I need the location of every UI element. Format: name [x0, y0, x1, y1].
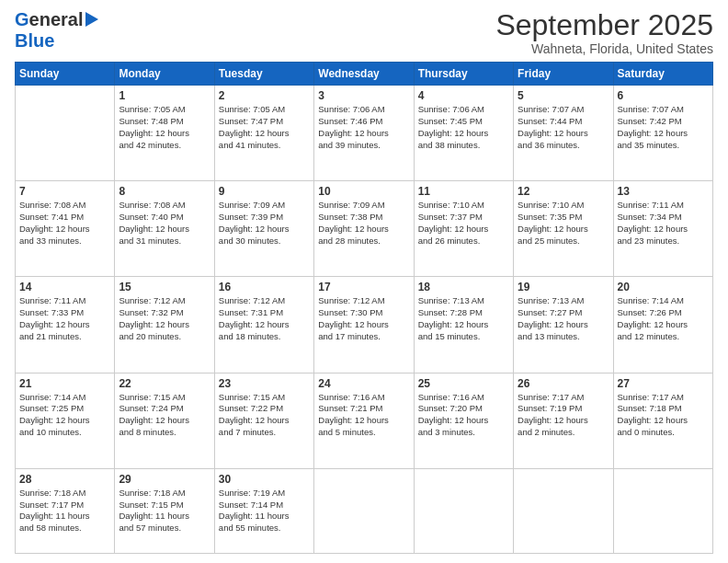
table-row: 12Sunrise: 7:10 AM Sunset: 7:35 PM Dayli…: [514, 181, 613, 277]
table-row: 20Sunrise: 7:14 AM Sunset: 7:26 PM Dayli…: [613, 277, 712, 373]
day-number: 25: [418, 377, 509, 390]
day-info: Sunrise: 7:11 AM Sunset: 7:33 PM Dayligh…: [19, 295, 110, 342]
day-number: 23: [219, 377, 310, 390]
calendar-week-row: 28Sunrise: 7:18 AM Sunset: 7:17 PM Dayli…: [16, 468, 713, 553]
day-number: 3: [318, 89, 409, 102]
day-number: 4: [418, 89, 509, 102]
header-thursday: Thursday: [414, 63, 513, 86]
table-row: 3Sunrise: 7:06 AM Sunset: 7:46 PM Daylig…: [314, 86, 414, 181]
table-row: 29Sunrise: 7:18 AM Sunset: 7:15 PM Dayli…: [115, 468, 214, 553]
header-saturday: Saturday: [613, 63, 712, 86]
day-number: 30: [219, 473, 310, 486]
table-row: 10Sunrise: 7:09 AM Sunset: 7:38 PM Dayli…: [314, 181, 414, 277]
day-number: 1: [119, 89, 210, 102]
table-row: 22Sunrise: 7:15 AM Sunset: 7:24 PM Dayli…: [115, 373, 214, 468]
header-sunday: Sunday: [16, 63, 115, 86]
day-number: 16: [219, 281, 310, 293]
day-info: Sunrise: 7:15 AM Sunset: 7:22 PM Dayligh…: [219, 392, 310, 439]
day-number: 24: [318, 377, 409, 390]
day-info: Sunrise: 7:05 AM Sunset: 7:48 PM Dayligh…: [119, 104, 210, 151]
day-number: 28: [19, 473, 110, 486]
day-info: Sunrise: 7:12 AM Sunset: 7:32 PM Dayligh…: [119, 295, 210, 342]
table-row: 18Sunrise: 7:13 AM Sunset: 7:28 PM Dayli…: [414, 277, 513, 373]
table-row: 25Sunrise: 7:16 AM Sunset: 7:20 PM Dayli…: [414, 373, 513, 468]
table-row: 7Sunrise: 7:08 AM Sunset: 7:41 PM Daylig…: [16, 181, 115, 277]
logo-g: G: [15, 9, 29, 29]
title-block: September 2025 Wahneta, Florida, United …: [495, 9, 713, 56]
table-row: 26Sunrise: 7:17 AM Sunset: 7:19 PM Dayli…: [514, 373, 613, 468]
calendar-table: Sunday Monday Tuesday Wednesday Thursday…: [15, 62, 713, 554]
table-row: 19Sunrise: 7:13 AM Sunset: 7:27 PM Dayli…: [514, 277, 613, 373]
day-info: Sunrise: 7:10 AM Sunset: 7:37 PM Dayligh…: [418, 200, 509, 247]
table-row: [414, 468, 513, 553]
day-info: Sunrise: 7:07 AM Sunset: 7:44 PM Dayligh…: [518, 104, 609, 151]
calendar-subtitle: Wahneta, Florida, United States: [495, 41, 713, 56]
day-number: 8: [119, 185, 210, 198]
day-number: 14: [19, 281, 110, 293]
calendar-week-row: 14Sunrise: 7:11 AM Sunset: 7:33 PM Dayli…: [16, 277, 713, 373]
table-row: 17Sunrise: 7:12 AM Sunset: 7:30 PM Dayli…: [314, 277, 414, 373]
calendar-week-row: 21Sunrise: 7:14 AM Sunset: 7:25 PM Dayli…: [16, 373, 713, 468]
day-info: Sunrise: 7:12 AM Sunset: 7:30 PM Dayligh…: [318, 295, 409, 342]
logo: General Blue: [15, 9, 98, 52]
table-row: [16, 86, 115, 181]
logo-blue-text: Blue: [15, 30, 54, 52]
day-number: 2: [219, 89, 310, 102]
table-row: 13Sunrise: 7:11 AM Sunset: 7:34 PM Dayli…: [613, 181, 712, 277]
day-info: Sunrise: 7:17 AM Sunset: 7:18 PM Dayligh…: [618, 392, 709, 439]
day-number: 18: [418, 281, 509, 293]
table-row: 9Sunrise: 7:09 AM Sunset: 7:39 PM Daylig…: [214, 181, 313, 277]
header-tuesday: Tuesday: [214, 63, 313, 86]
table-row: 11Sunrise: 7:10 AM Sunset: 7:37 PM Dayli…: [414, 181, 513, 277]
day-info: Sunrise: 7:16 AM Sunset: 7:21 PM Dayligh…: [318, 392, 409, 439]
day-number: 17: [318, 281, 409, 293]
table-row: 6Sunrise: 7:07 AM Sunset: 7:42 PM Daylig…: [613, 86, 712, 181]
table-row: [514, 468, 613, 553]
day-number: 5: [518, 89, 609, 102]
weekday-header-row: Sunday Monday Tuesday Wednesday Thursday…: [16, 63, 713, 86]
day-info: Sunrise: 7:18 AM Sunset: 7:15 PM Dayligh…: [119, 488, 210, 534]
table-row: 8Sunrise: 7:08 AM Sunset: 7:40 PM Daylig…: [115, 181, 214, 277]
table-row: 21Sunrise: 7:14 AM Sunset: 7:25 PM Dayli…: [16, 373, 115, 468]
day-info: Sunrise: 7:08 AM Sunset: 7:40 PM Dayligh…: [119, 200, 210, 247]
day-number: 26: [518, 377, 609, 390]
day-info: Sunrise: 7:16 AM Sunset: 7:20 PM Dayligh…: [418, 392, 509, 439]
day-info: Sunrise: 7:18 AM Sunset: 7:17 PM Dayligh…: [19, 488, 110, 534]
table-row: 23Sunrise: 7:15 AM Sunset: 7:22 PM Dayli…: [214, 373, 313, 468]
calendar-title: September 2025: [495, 9, 713, 41]
day-info: Sunrise: 7:13 AM Sunset: 7:28 PM Dayligh…: [418, 295, 509, 342]
day-number: 20: [618, 281, 709, 293]
day-info: Sunrise: 7:09 AM Sunset: 7:39 PM Dayligh…: [219, 200, 310, 247]
table-row: [314, 468, 414, 553]
day-number: 7: [19, 185, 110, 198]
table-row: 2Sunrise: 7:05 AM Sunset: 7:47 PM Daylig…: [214, 86, 313, 181]
table-row: 14Sunrise: 7:11 AM Sunset: 7:33 PM Dayli…: [16, 277, 115, 373]
calendar-week-row: 1Sunrise: 7:05 AM Sunset: 7:48 PM Daylig…: [16, 86, 713, 181]
day-info: Sunrise: 7:11 AM Sunset: 7:34 PM Dayligh…: [618, 200, 709, 247]
day-info: Sunrise: 7:12 AM Sunset: 7:31 PM Dayligh…: [219, 295, 310, 342]
day-info: Sunrise: 7:15 AM Sunset: 7:24 PM Dayligh…: [119, 392, 210, 439]
table-row: 16Sunrise: 7:12 AM Sunset: 7:31 PM Dayli…: [214, 277, 313, 373]
table-row: 27Sunrise: 7:17 AM Sunset: 7:18 PM Dayli…: [613, 373, 712, 468]
table-row: 24Sunrise: 7:16 AM Sunset: 7:21 PM Dayli…: [314, 373, 414, 468]
table-row: 15Sunrise: 7:12 AM Sunset: 7:32 PM Dayli…: [115, 277, 214, 373]
day-number: 27: [618, 377, 709, 390]
day-info: Sunrise: 7:17 AM Sunset: 7:19 PM Dayligh…: [518, 392, 609, 439]
day-info: Sunrise: 7:10 AM Sunset: 7:35 PM Dayligh…: [518, 200, 609, 247]
day-number: 15: [119, 281, 210, 293]
day-number: 6: [618, 89, 709, 102]
day-number: 21: [19, 377, 110, 390]
table-row: 5Sunrise: 7:07 AM Sunset: 7:44 PM Daylig…: [514, 86, 613, 181]
day-info: Sunrise: 7:07 AM Sunset: 7:42 PM Dayligh…: [618, 104, 709, 151]
table-row: 1Sunrise: 7:05 AM Sunset: 7:48 PM Daylig…: [115, 86, 214, 181]
day-info: Sunrise: 7:14 AM Sunset: 7:26 PM Dayligh…: [618, 295, 709, 342]
calendar-week-row: 7Sunrise: 7:08 AM Sunset: 7:41 PM Daylig…: [16, 181, 713, 277]
day-info: Sunrise: 7:06 AM Sunset: 7:45 PM Dayligh…: [418, 104, 509, 151]
page: General Blue September 2025 Wahneta, Flo…: [0, 0, 728, 563]
logo-arrow-icon: [85, 12, 98, 27]
day-number: 19: [518, 281, 609, 293]
day-info: Sunrise: 7:06 AM Sunset: 7:46 PM Dayligh…: [318, 104, 409, 151]
day-info: Sunrise: 7:09 AM Sunset: 7:38 PM Dayligh…: [318, 200, 409, 247]
day-number: 12: [518, 185, 609, 198]
table-row: [613, 468, 712, 553]
